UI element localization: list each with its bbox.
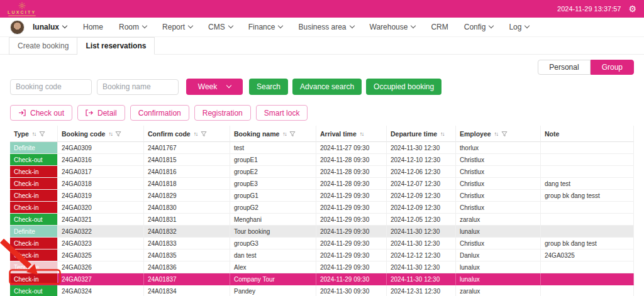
nav-item-finance[interactable]: Finance — [248, 23, 283, 31]
reservations-table: Type↑↓Booking code↑↓Confirm code↑↓Bookin… — [10, 126, 634, 296]
sort-icon[interactable]: ↑↓ — [282, 131, 286, 137]
cell-arrival_time: 2024-11-29 09:30 — [316, 214, 387, 226]
column-header-type[interactable]: Type↑↓ — [10, 126, 58, 142]
nav-item-business-area[interactable]: Business area — [298, 23, 353, 31]
cell-note — [541, 261, 634, 273]
cell-confirm_code: 24A01835 — [144, 249, 230, 261]
smart-lock-button[interactable]: Smart lock — [256, 105, 308, 121]
cell-departure_time: 2024-12-06 12:30 — [387, 166, 456, 178]
status-badge: Tentative — [10, 261, 57, 273]
detail-button[interactable]: Detail — [77, 105, 125, 121]
brand-name: LUXCITY — [8, 10, 36, 14]
status-badge: Check-in — [10, 202, 57, 213]
sort-icon[interactable]: ↑↓ — [108, 131, 112, 137]
view-toggle-personal[interactable]: Personal — [538, 60, 590, 75]
filter-icon[interactable] — [201, 131, 207, 137]
filter-icon[interactable] — [115, 131, 121, 137]
sort-icon[interactable]: ↑↓ — [440, 131, 444, 137]
cell-departure_time: 2024-11-30 12:30 — [387, 226, 456, 238]
cell-departure_time: 2024-12-05 12:30 — [387, 214, 456, 226]
column-header-booking-name[interactable]: Booking name↑↓ — [230, 126, 316, 142]
filter-icon[interactable] — [39, 131, 45, 137]
cell-booking_code: 24GA0309 — [58, 142, 144, 154]
booking-name-input[interactable] — [97, 79, 179, 95]
action-label: Registration — [203, 109, 243, 118]
booking-code-input[interactable] — [10, 79, 92, 95]
advance-search-button[interactable]: Advance search — [292, 79, 362, 95]
occupied-booking-button[interactable]: Occupied booking — [366, 79, 441, 95]
search-buttons: SearchAdvance searchOccupied booking — [249, 79, 441, 95]
period-select[interactable]: Week — [186, 79, 243, 95]
nav-item-crm[interactable]: CRM — [431, 23, 448, 31]
table-row[interactable]: Check-out24GA031624A01815groupE12024-11-… — [10, 154, 634, 166]
column-header-arrival-time[interactable]: Arrival time↑↓ — [316, 126, 387, 142]
table-row[interactable]: Check-in24GA032324A01833groupG32024-11-2… — [10, 238, 634, 249]
cell-booking_code: 24GA0316 — [58, 154, 144, 166]
nav-item-config[interactable]: Config — [464, 23, 494, 31]
confirmation-button[interactable]: Confirmation — [130, 105, 189, 121]
user-menu[interactable]: lunalux — [10, 20, 67, 35]
cell-booking_code: 24GA0325 — [58, 249, 144, 261]
nav-item-home[interactable]: Home — [83, 23, 103, 31]
column-header-confirm-code[interactable]: Confirm code↑↓ — [144, 126, 230, 142]
view-toggle-group[interactable]: Group — [591, 60, 634, 75]
cell-booking_name: Alex — [230, 261, 316, 273]
cell-confirm_code: 24A01767 — [144, 142, 230, 154]
cell-arrival_time: 2024-11-29 09:30 — [316, 190, 387, 202]
chevron-down-icon — [489, 23, 494, 28]
username: lunalux — [33, 23, 59, 31]
cell-employee: Christlux — [456, 238, 541, 249]
cell-note — [541, 142, 634, 154]
filter-icon[interactable] — [501, 131, 508, 137]
table-row[interactable]: Check-out24GA032124A01831Menghani2024-11… — [10, 214, 634, 226]
column-header-employee[interactable]: Employee↑↓ — [456, 126, 541, 142]
table-row[interactable]: Check-in24GA031924A01829groupG12024-11-2… — [10, 190, 634, 202]
sort-icon[interactable]: ↑↓ — [360, 131, 364, 137]
table-row[interactable]: Check-in24GA031824A01818groupE32024-11-2… — [10, 178, 634, 190]
cell-employee: lunalux — [456, 226, 541, 238]
table-row[interactable]: Check-in24GA031724A01816groupE22024-11-2… — [10, 166, 634, 178]
check-out-button[interactable]: Check out — [10, 105, 72, 121]
status-badge: Check-out — [10, 214, 57, 225]
filter-icon[interactable] — [289, 131, 296, 137]
column-header-booking-code[interactable]: Booking code↑↓ — [58, 126, 144, 142]
table-row[interactable]: Check-in24GA032524A01835dan test2024-11-… — [10, 249, 634, 261]
cell-booking_code: 24GA0327 — [58, 273, 144, 285]
cell-type: Check-in — [10, 166, 58, 178]
cell-arrival_time: 2024-11-28 09:30 — [316, 166, 387, 178]
table-row[interactable]: Check-out24GA032424A01834Pandey2024-11-3… — [10, 285, 634, 296]
cell-arrival_time: 2024-11-30 09:30 — [316, 285, 387, 296]
nav-item-warehouse[interactable]: Warehouse — [370, 23, 416, 31]
registration-button[interactable]: Registration — [194, 105, 251, 121]
table-row[interactable]: Check-in24GA032024A01830groupG22024-11-2… — [10, 202, 634, 214]
nav-item-label: Business area — [298, 23, 346, 31]
nav-item-report[interactable]: Report — [162, 23, 192, 31]
tab-create-booking[interactable]: Create booking — [9, 37, 77, 55]
search-bar: Week SearchAdvance searchOccupied bookin… — [10, 79, 634, 95]
table-row[interactable]: Check-in24GA032724A01837Company Tour2024… — [10, 273, 634, 285]
cell-arrival_time: 2024-11-27 09:30 — [316, 142, 387, 154]
table-row[interactable]: Definite24GA032224A01832Tour booking2024… — [10, 226, 634, 238]
status-badge: Check-in — [10, 178, 57, 189]
table-row[interactable]: Tentative24GA032624A01836Alex2024-11-29 … — [10, 261, 634, 273]
tab-list-reservations[interactable]: List reservations — [77, 37, 155, 55]
search-button[interactable]: Search — [249, 79, 288, 95]
table-row[interactable]: Definite24GA030924A01767test2024-11-27 0… — [10, 142, 634, 154]
nav-item-room[interactable]: Room — [119, 23, 147, 31]
brand-ornament-icon — [18, 2, 26, 9]
cell-note — [541, 273, 634, 285]
box-arrow-out-right-icon — [86, 109, 93, 116]
topbar: LUXCITY 2024-11-29 13:37:57 ⚙ — [0, 0, 644, 18]
sort-icon[interactable]: ↑↓ — [494, 131, 498, 137]
cell-employee: zaralux — [456, 214, 541, 226]
sort-icon[interactable]: ↑↓ — [32, 131, 36, 137]
cell-type: Definite — [10, 142, 58, 154]
column-header-departure-time[interactable]: Departure time↑↓ — [387, 126, 456, 142]
period-select-value: Week — [198, 82, 217, 91]
gear-icon[interactable]: ⚙ — [628, 4, 636, 13]
nav-item-log[interactable]: Log — [509, 23, 529, 31]
cell-booking_code: 24GA0324 — [58, 285, 144, 296]
column-header-note[interactable]: Note — [541, 126, 634, 142]
sort-icon[interactable]: ↑↓ — [194, 131, 197, 137]
nav-item-cms[interactable]: CMS — [208, 23, 233, 31]
